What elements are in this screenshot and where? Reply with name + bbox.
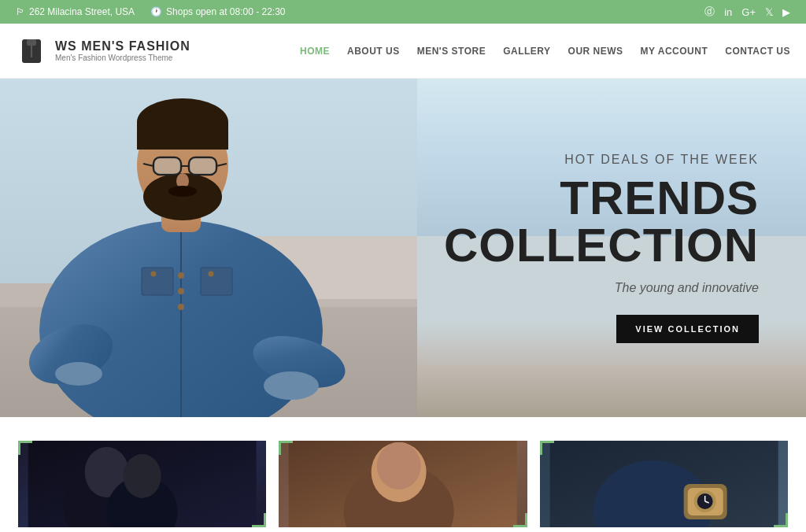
- hero-person-figure: [0, 79, 417, 417]
- svg-point-38: [124, 454, 161, 498]
- hours-text: Shops open at 08:00 - 22:30: [166, 6, 285, 17]
- svg-point-13: [178, 304, 184, 310]
- address-text: 262 Milacina Street, USA: [29, 6, 135, 17]
- corner-tlv-2: [279, 441, 281, 455]
- view-collection-button[interactable]: VIEW COLLECTION: [616, 315, 759, 343]
- logo-icon: [16, 35, 47, 67]
- corner-tlv-3: [540, 441, 542, 455]
- product-card-2[interactable]: [279, 441, 527, 527]
- corner-brv-2: [525, 513, 527, 527]
- hours-item: 🕐 Shops open at 08:00 - 22:30: [150, 6, 285, 17]
- header: WS MEN'S FASHION Men's Fashion Wordpress…: [0, 24, 806, 79]
- corner-brv-1: [264, 513, 266, 527]
- svg-point-18: [264, 371, 319, 400]
- svg-point-42: [377, 442, 421, 490]
- top-bar: 🏳 262 Milacina Street, USA 🕐 Shops open …: [0, 0, 806, 24]
- svg-point-15: [209, 272, 214, 277]
- clock-icon: 🕐: [150, 6, 162, 17]
- product-image-3: [540, 441, 788, 527]
- google-plus-icon[interactable]: G+: [741, 6, 756, 18]
- logo-title: WS MEN'S FASHION: [55, 39, 190, 54]
- svg-point-33: [168, 186, 197, 197]
- nav-contact[interactable]: CONTACT US: [725, 46, 790, 57]
- hero-title-line2: COLLECTION: [444, 219, 759, 272]
- social-icons-group: ⓓ in G+ 𝕏 ▶: [704, 5, 790, 19]
- product-image-2: [279, 441, 527, 527]
- svg-rect-30: [154, 158, 180, 174]
- nav-my-account[interactable]: MY ACCOUNT: [641, 46, 708, 57]
- svg-point-19: [55, 362, 102, 386]
- hero-subtitle: HOT DEALS OF THE WEEK: [444, 153, 759, 167]
- logo-text: WS MEN'S FASHION Men's Fashion Wordpress…: [55, 39, 190, 62]
- logo-subtitle: Men's Fashion Wordpress Theme: [55, 54, 190, 62]
- twitter-icon[interactable]: 𝕏: [765, 6, 773, 18]
- hero-title-line1: TRENDS: [560, 172, 759, 224]
- svg-rect-23: [137, 122, 228, 150]
- nav-gallery[interactable]: GALLERY: [503, 46, 550, 57]
- hero-section: HOT DEALS OF THE WEEK TRENDS COLLECTION …: [0, 79, 806, 417]
- location-icon: 🏳: [16, 6, 25, 17]
- youtube-icon[interactable]: ▶: [782, 6, 790, 18]
- corner-tlv-1: [18, 441, 20, 455]
- nav-home[interactable]: HOME: [300, 46, 330, 57]
- hero-title: TRENDS COLLECTION: [444, 175, 759, 269]
- nav-mens-store[interactable]: MEN'S STORE: [417, 46, 486, 57]
- svg-rect-10: [201, 268, 232, 295]
- nav: HOME ABOUT US MEN'S STORE GALLERY OUR NE…: [300, 46, 790, 57]
- svg-point-14: [151, 272, 157, 277]
- product-card-3[interactable]: [540, 441, 788, 527]
- corner-brv-3: [786, 513, 788, 527]
- product-image-1: [18, 441, 266, 527]
- svg-rect-9: [142, 268, 173, 295]
- top-bar-left: 🏳 262 Milacina Street, USA 🕐 Shops open …: [16, 6, 286, 17]
- address-item: 🏳 262 Milacina Street, USA: [16, 6, 135, 17]
- nav-about[interactable]: ABOUT US: [347, 46, 400, 57]
- products-row: [0, 417, 806, 527]
- svg-point-12: [178, 288, 184, 294]
- linkedin-icon[interactable]: in: [724, 6, 732, 18]
- logo: WS MEN'S FASHION Men's Fashion Wordpress…: [16, 35, 190, 67]
- instagram-icon[interactable]: ⓓ: [704, 5, 715, 19]
- hero-description: The young and innovative: [444, 281, 759, 295]
- product-card-1[interactable]: [18, 441, 266, 527]
- svg-rect-1: [27, 39, 36, 46]
- nav-our-news[interactable]: OUR NEWS: [568, 46, 623, 57]
- svg-rect-31: [190, 158, 216, 174]
- hero-content: HOT DEALS OF THE WEEK TRENDS COLLECTION …: [444, 153, 759, 343]
- svg-point-11: [178, 272, 184, 279]
